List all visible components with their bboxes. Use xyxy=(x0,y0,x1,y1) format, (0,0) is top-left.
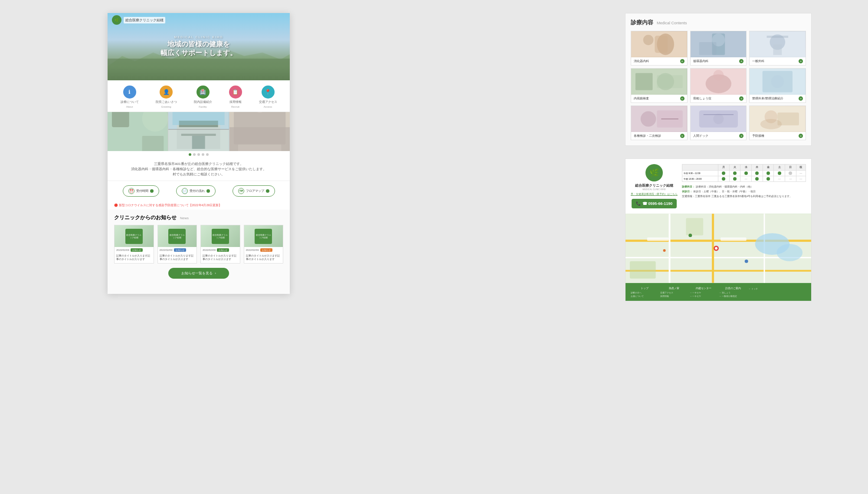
left-panel: 🌿 総合医療クリニック結穂 MEDICAL CLINIC KIHO 地域の皆様の… xyxy=(108,13,290,294)
svg-rect-61 xyxy=(686,218,703,236)
schedule-header-thu: 木 xyxy=(751,165,763,171)
news-card-1[interactable]: 総合医療クリニック結穂 2022/02/09 お知らせ 記事のタイトルが入ります… xyxy=(114,225,154,263)
action-btn-floor-label: フロアマップ xyxy=(246,189,264,193)
medical-label-general: 一般外科 xyxy=(752,59,764,63)
clinic-info-logo: 🌿 総合医療クリニック結穂 MEDICAL CLINIC KIHO 男・女健康診… xyxy=(631,164,678,208)
svg-point-63 xyxy=(715,247,717,250)
news-card-logo-4: 総合医療クリニック結穂 xyxy=(255,229,272,244)
footer-sub-top: 診断の方へ xyxy=(631,291,659,294)
schedule-fri-am xyxy=(763,171,774,176)
info-details: 診療科目： 診療科目：消化器内科・循環器内科・内科（他） 休診日： 休診日：土曜… xyxy=(682,184,806,198)
action-btn-hours[interactable]: ⏰ 受付時間 xyxy=(123,185,159,197)
hero-main-text: 地域の皆様の健康を 幅広くサポートします。 xyxy=(160,40,237,58)
schedule-wed-am xyxy=(740,171,752,176)
holiday-value: 休診日：土曜（午後）、日・祝・水曜（午後）・祝日 xyxy=(693,190,756,193)
medical-card-rehab[interactable]: 循環器内科 + xyxy=(690,31,747,66)
news-card-img-4: 総合医療クリニック結穂 xyxy=(244,225,283,247)
news-card-img-3: 総合医療クリニック結穂 xyxy=(201,225,240,247)
map-icon: 🗺 xyxy=(238,188,244,194)
news-title: クリニックからのお知らせ News xyxy=(114,214,283,221)
svg-rect-67 xyxy=(647,237,669,241)
svg-rect-1 xyxy=(112,112,129,127)
svg-rect-30 xyxy=(635,73,653,90)
clock-icon: ⏰ xyxy=(128,188,134,194)
footer-sub-end: → トッチ xyxy=(748,287,776,290)
nav-icon-facility: 🏥 xyxy=(197,86,210,99)
reservation-link[interactable]: 男・女健康診断表院（要予約）はこちら xyxy=(631,192,678,196)
news-title-ja: クリニックからのお知らせ xyxy=(114,214,177,221)
news-tag-4: お知らせ xyxy=(260,248,272,252)
news-date-3: 2022/02/09 xyxy=(203,249,216,251)
svg-rect-15 xyxy=(238,145,282,151)
action-btn-floor[interactable]: 🗺 フロアマップ xyxy=(233,185,275,197)
news-card-text-3: 記事のタイトルが入ります記事のタイトルが入ります xyxy=(201,253,240,263)
svg-rect-19 xyxy=(655,36,668,53)
clinic-description: 三重県名張市A01番が丘の総合医療クリニック結穂です。 消化器内科・循環器内科・… xyxy=(108,158,290,181)
footer-sub-clinic: 交通アクセス xyxy=(660,291,688,294)
medical-card-dock[interactable]: 人間ドック + xyxy=(690,105,747,140)
schedule-sat-pm: — xyxy=(774,176,785,182)
medical-card-checkup[interactable]: 各種検診・二次検診 + xyxy=(631,105,688,140)
svg-rect-60 xyxy=(630,261,656,279)
action-btn-hours-dot xyxy=(150,189,154,193)
medical-img-ob xyxy=(750,69,806,95)
medical-card-gastro[interactable]: 消化器内科 + xyxy=(631,31,688,66)
svg-point-35 xyxy=(713,70,724,80)
gallery-dot-2[interactable] xyxy=(193,153,196,156)
gallery-dot-5[interactable] xyxy=(206,153,209,156)
medical-card-maternity[interactable]: 骨粗しょう症 + xyxy=(690,68,747,103)
gallery-dot-4[interactable] xyxy=(202,153,204,156)
svg-rect-14 xyxy=(234,112,285,145)
medical-card-vaccine[interactable]: 予防接種 + xyxy=(749,105,806,140)
holiday-label: 休診日： xyxy=(682,190,692,193)
footer-nav-info[interactable]: 訪患のご案内 → 別しょう → 一般得が療指定 xyxy=(719,287,747,297)
gallery-dot-1[interactable] xyxy=(189,153,191,156)
gallery-dot-3[interactable] xyxy=(197,153,200,156)
svg-point-50 xyxy=(760,119,782,129)
news-card-meta-2: 2022/02/09 お知らせ xyxy=(158,247,197,253)
nav-item-access[interactable]: 📍 交通アクセス Access xyxy=(259,86,277,108)
schedule-thu-pm xyxy=(751,176,763,182)
news-card-2[interactable]: 総合医療クリニック結穂 2022/02/09 お知らせ 記事のタイトルが入ります… xyxy=(157,225,197,263)
footer-nav-top[interactable]: トップ 診断の方へ お薬について xyxy=(631,287,659,297)
svg-rect-32 xyxy=(657,75,682,88)
nav-label-about: 診療について xyxy=(121,100,139,104)
clinic-full-name: 総合医療クリニック結穂 xyxy=(635,183,673,188)
medical-card-internal[interactable]: 内視鏡検査 + xyxy=(631,68,688,103)
clinic-name-header: 総合医療クリニック結穂 xyxy=(124,17,165,23)
gallery-photo-interior xyxy=(229,112,290,151)
schedule-sun-pm: — xyxy=(785,176,796,182)
medical-card-footer-ob: 禁煙外来/禁煙治療紹介 + xyxy=(750,95,806,102)
phone-button[interactable]: 📞 ☎ 0595-66-1190 xyxy=(632,199,677,208)
map-svg xyxy=(626,214,811,283)
covid-notice-text: 🔴 新型コロナウイルスに対する感染予防措置について【2022年4月28日更新】 xyxy=(114,203,222,207)
svg-point-20 xyxy=(643,35,654,45)
footer-sub-designated: → 一般得が療指定 xyxy=(719,295,747,297)
news-more-button[interactable]: お知らせ一覧を見る › xyxy=(168,268,229,279)
footer-nav-end[interactable]: → トッチ xyxy=(748,287,776,297)
covid-notice[interactable]: 🔴 新型コロナウイルスに対する感染予防措置について【2022年4月28日更新】 xyxy=(108,201,290,210)
nav-item-facility[interactable]: 🏥 院内設備紹介 Facility xyxy=(194,86,212,108)
action-btn-flow[interactable]: 📄 受付の流れ xyxy=(176,185,216,197)
news-card-4[interactable]: 総合医療クリニック結穂 2022/02/09 お知らせ 記事のタイトルが入ります… xyxy=(244,225,284,263)
gallery-photo-medical xyxy=(108,112,168,151)
medical-label-ob: 禁煙外来/禁煙治療紹介 xyxy=(752,96,783,101)
nav-item-recruit[interactable]: 📋 採用情報 Recruit xyxy=(229,86,242,108)
medical-dot-vaccine: + xyxy=(799,134,803,138)
arrow-right-icon: › xyxy=(215,271,216,275)
nav-item-about[interactable]: ℹ 診療について About xyxy=(121,86,139,108)
medical-card-ob[interactable]: 禁煙外来/禁煙治療紹介 + xyxy=(749,68,806,103)
news-more-wrapper: お知らせ一覧を見る › xyxy=(114,263,283,290)
schedule-mon-am xyxy=(718,171,729,176)
news-card-3[interactable]: 総合医療クリニック結穂 2022/02/09 お知らせ 記事のタイトルが入ります… xyxy=(200,225,240,263)
schedule-header-fri: 金 xyxy=(763,165,774,171)
nav-item-greeting[interactable]: 👤 院長ごあいさつ Greeting xyxy=(156,86,177,108)
news-date-2: 2022/02/09 xyxy=(160,249,173,251)
footer-nav-center[interactable]: 内建センター → 一キセヤ → 一キセヤ xyxy=(690,287,718,297)
medical-dot-rehab: + xyxy=(739,59,744,63)
footer-nav: トップ 診断の方へ お薬について 熱患ノ家 交通アクセス 採用情報 内建センター… xyxy=(626,283,811,301)
phone-icon: 📞 xyxy=(636,201,641,206)
medical-img-internal xyxy=(631,69,687,95)
medical-card-general[interactable]: 一般外科 + xyxy=(749,31,806,66)
footer-nav-clinic[interactable]: 熱患ノ家 交通アクセス 採用情報 xyxy=(660,287,688,297)
